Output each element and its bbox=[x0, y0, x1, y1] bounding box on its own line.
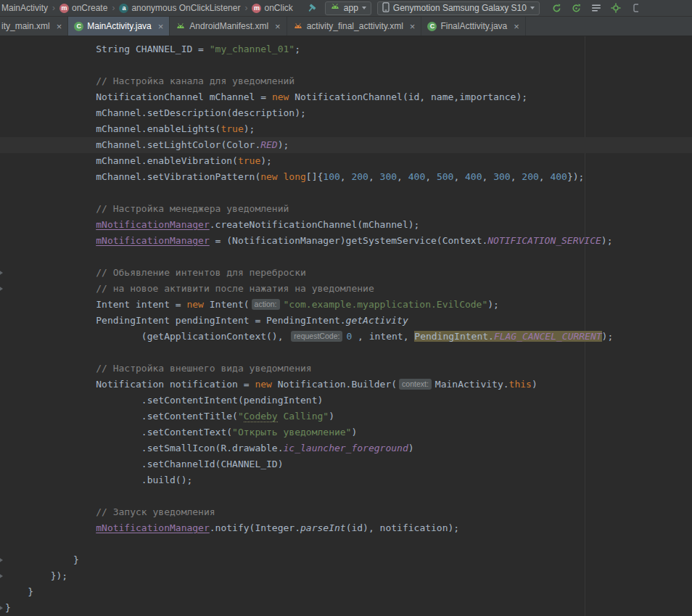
tab-androidmanifest-xml[interactable]: AndroidManifest.xml× bbox=[170, 17, 287, 36]
fold-marker[interactable] bbox=[0, 270, 3, 276]
build-hammer-icon bbox=[306, 3, 317, 14]
code-line[interactable]: .setContentText("Открыть уведомление") bbox=[0, 424, 692, 440]
breadcrumb-item-mainactivity[interactable]: MainActivity bbox=[0, 3, 49, 13]
code-line[interactable]: NotificationChannel mChannel = new Notif… bbox=[0, 89, 692, 105]
code-indent bbox=[5, 570, 51, 581]
code-line[interactable] bbox=[0, 488, 692, 504]
code-indent bbox=[5, 475, 141, 485]
code-line[interactable]: String CHANNEL_ID = "my_channel_01"; bbox=[0, 41, 692, 57]
device-select[interactable]: Genymotion Samsung Galaxy S10 bbox=[377, 1, 540, 15]
tab-mainactivity-java[interactable]: CMainActivity.java× bbox=[68, 17, 170, 36]
parameter-hint: action: bbox=[252, 299, 280, 310]
code-line[interactable]: // Настройка внешнего вида уведомления bbox=[0, 361, 692, 377]
code-token: ); bbox=[278, 139, 289, 150]
code-token: .notify(Integer. bbox=[210, 522, 300, 533]
tab-close-icon[interactable]: × bbox=[57, 22, 62, 31]
editor: String CHANNEL_ID = "my_channel_01"; // … bbox=[0, 36, 692, 616]
code-line[interactable]: // Настройка менеджера уведомлений bbox=[0, 201, 692, 217]
code-line[interactable]: .setContentIntent(pendingIntent) bbox=[0, 393, 692, 408]
code-line[interactable]: .setChannelId(CHANNEL_ID) bbox=[0, 456, 692, 472]
code-line[interactable]: mChannel.setDescription(description); bbox=[0, 105, 692, 121]
code-line[interactable]: mChannel.setVibrationPattern(new long[]{… bbox=[0, 169, 692, 185]
rerun-button[interactable] bbox=[550, 1, 564, 15]
code-indent bbox=[5, 107, 96, 118]
profiler-list-button[interactable] bbox=[589, 1, 604, 15]
build-hammer-button[interactable] bbox=[305, 1, 319, 15]
run-configuration-select[interactable]: app bbox=[325, 1, 371, 15]
tab-close-icon[interactable]: × bbox=[158, 22, 164, 31]
tab-finalacttivity-java[interactable]: CFinalActtivity.java× bbox=[421, 17, 525, 36]
class-file-icon: C bbox=[427, 22, 437, 31]
code-indent bbox=[5, 506, 96, 517]
code-line[interactable]: } bbox=[0, 600, 692, 616]
code-token: mChannel.setLightColor(Color. bbox=[96, 139, 260, 150]
right-toolbar-icons bbox=[550, 1, 643, 15]
code-line[interactable]: } bbox=[0, 552, 692, 568]
code-line[interactable] bbox=[0, 345, 692, 361]
code-token: , bbox=[482, 171, 494, 182]
fold-marker[interactable] bbox=[0, 573, 3, 579]
code-line[interactable]: (getApplicationContext(), requestCode:0 … bbox=[0, 329, 692, 345]
code-indent bbox=[5, 554, 73, 565]
code-token: Notification notification = bbox=[96, 379, 255, 390]
code-line[interactable] bbox=[0, 185, 692, 201]
code-token: .setContentText( bbox=[141, 427, 232, 438]
code-line[interactable]: Intent intent = new Intent(action:"com.e… bbox=[0, 297, 692, 313]
fold-marker[interactable] bbox=[0, 605, 3, 611]
code-line[interactable]: mChannel.enableVibration(true); bbox=[0, 153, 692, 169]
code-token: // Настройка внешнего вида уведомления bbox=[96, 363, 311, 374]
code-line[interactable]: .setContentTitle("Codeby Calling") bbox=[0, 408, 692, 424]
breadcrumb-item-oncreate[interactable]: monCreate bbox=[58, 3, 109, 13]
cropped-button[interactable] bbox=[628, 1, 643, 15]
tab-close-icon[interactable]: × bbox=[514, 22, 519, 31]
code-line[interactable]: .setSmallIcon(R.drawable.ic_launcher_for… bbox=[0, 440, 692, 456]
code-indent bbox=[5, 219, 96, 230]
code-line[interactable]: mNotificationManager.notify(Integer.pars… bbox=[0, 520, 692, 536]
code-line[interactable]: mChannel.enableLights(true); bbox=[0, 121, 692, 137]
code-token: .createNotificationChannel(mChannel); bbox=[210, 219, 420, 230]
breadcrumb-item-onclick[interactable]: monClick bbox=[250, 3, 294, 13]
code-token: FLAG_CANCEL_CURRENT bbox=[494, 331, 602, 342]
code-line[interactable]: PendingIntent pendingIntent = PendingInt… bbox=[0, 313, 692, 329]
fold-marker[interactable] bbox=[0, 286, 3, 292]
code-line[interactable]: mNotificationManager = (NotificationMana… bbox=[0, 233, 692, 249]
tab-close-icon[interactable]: × bbox=[410, 22, 416, 31]
code-token: mChannel.setVibrationPattern( bbox=[96, 171, 260, 182]
main-toolbar: app Genymotion Samsung Galaxy S10 bbox=[305, 0, 692, 16]
breadcrumb-item-anonymous-onclicklistener[interactable]: aanonymous OnClickListener bbox=[118, 3, 242, 13]
code-line[interactable]: // Обьявление интентов для переброски bbox=[0, 265, 692, 281]
settings-gear-button[interactable] bbox=[609, 1, 623, 15]
code-line[interactable]: } bbox=[0, 584, 692, 600]
code-line[interactable]: // Запуск уведомления bbox=[0, 504, 692, 520]
code-token: ic_launcher_foreground bbox=[284, 443, 408, 453]
code-line[interactable]: // на новое активити после нажатия на ув… bbox=[0, 281, 692, 297]
code-line[interactable]: mChannel.setLightColor(Color.RED); bbox=[0, 137, 692, 153]
code-line[interactable]: mNotificationManager.createNotificationC… bbox=[0, 217, 692, 233]
code-token: MainActivity. bbox=[435, 379, 509, 390]
code-line[interactable]: Notification notification = new Notifica… bbox=[0, 377, 692, 393]
code-line[interactable] bbox=[0, 249, 692, 265]
sync-icon bbox=[571, 3, 582, 14]
code-token: long bbox=[284, 171, 306, 182]
code-indent bbox=[5, 139, 96, 150]
method-icon: m bbox=[59, 4, 69, 13]
sync-button[interactable] bbox=[569, 1, 584, 15]
code-indent bbox=[5, 283, 96, 294]
code-line[interactable]: // Настройка канала для уведомлений bbox=[0, 73, 692, 89]
code-indent bbox=[5, 203, 96, 214]
device-phone-icon bbox=[382, 2, 390, 15]
code-line[interactable]: }); bbox=[0, 568, 692, 584]
editor-tab-bar: ity_main.xml×CMainActivity.java×AndroidM… bbox=[0, 17, 692, 36]
tab-activity-final-acttivity-xml[interactable]: activity_final_acttivity.xml× bbox=[287, 17, 422, 36]
code-token: this bbox=[509, 379, 532, 390]
code-line[interactable] bbox=[0, 57, 692, 73]
tab-close-icon[interactable]: × bbox=[275, 22, 281, 31]
code-area[interactable]: String CHANNEL_ID = "my_channel_01"; // … bbox=[0, 36, 692, 616]
code-line[interactable] bbox=[0, 536, 692, 552]
code-token: } bbox=[28, 586, 33, 597]
code-token: RED bbox=[260, 139, 277, 150]
code-line[interactable]: .build(); bbox=[0, 472, 692, 488]
tab-ity-main-xml[interactable]: ity_main.xml× bbox=[0, 17, 68, 36]
code-token: ); bbox=[602, 331, 614, 342]
fold-marker[interactable] bbox=[0, 557, 3, 563]
